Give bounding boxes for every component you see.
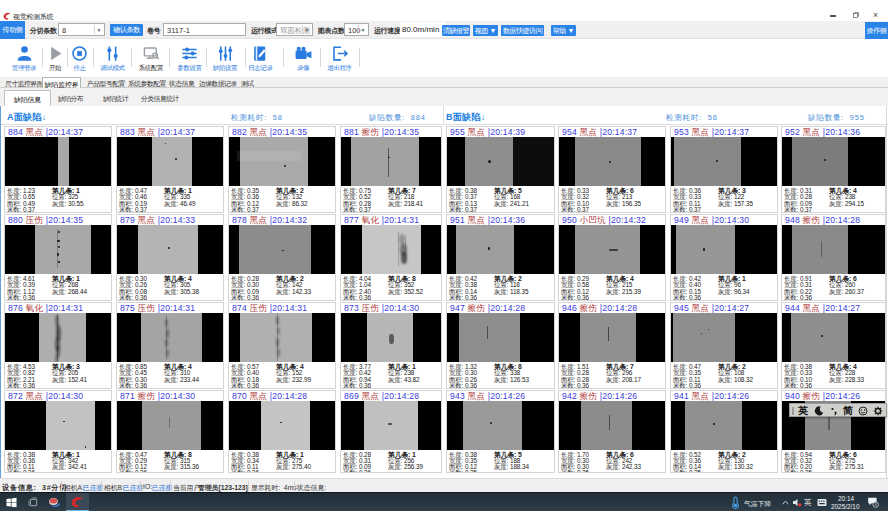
svg-text:6: 6 — [875, 503, 877, 507]
